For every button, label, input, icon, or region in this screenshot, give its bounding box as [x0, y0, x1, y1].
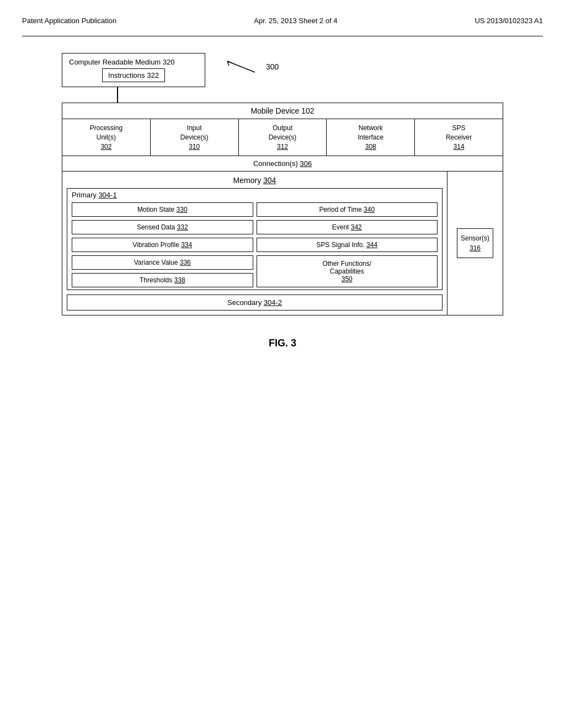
mobile-device-title: Mobile Device 102	[62, 103, 503, 119]
figure-caption: FIG. 3	[22, 338, 543, 349]
connections-ref: 306	[300, 159, 312, 168]
diagram-wrapper: Computer Readable Medium 320 Instruction…	[62, 53, 503, 315]
thresholds-cell: Thresholds 338	[72, 273, 253, 287]
motion-state-ref: 330	[177, 206, 188, 213]
motion-state-cell: Motion State 330	[72, 202, 253, 217]
variance-value-cell: Variance Value 336	[72, 255, 253, 270]
network-interface-cell: NetworkInterface 308	[327, 119, 415, 156]
vibration-profile-ref: 334	[181, 241, 192, 249]
header-left: Patent Application Publication	[22, 17, 116, 25]
network-interface-label: NetworkInterface	[329, 124, 412, 142]
sensors-label: Sensor(s)	[461, 233, 489, 243]
crm-connector-line	[117, 87, 118, 103]
sensors-box: Sensor(s) 316	[457, 228, 493, 258]
network-interface-ref: 308	[329, 142, 412, 152]
crm-title: Computer Readable Medium 320	[69, 58, 198, 66]
output-device-ref: 312	[241, 142, 324, 152]
output-device-label: OutputDevice(s)	[241, 124, 324, 142]
page: Patent Application Publication Apr. 25, …	[0, 0, 565, 728]
sps-signal-ref: 344	[366, 241, 377, 249]
memory-sensors-row: Memory 304 Primary 304-1 Motion State 33…	[62, 172, 503, 315]
period-of-time-ref: 340	[364, 206, 375, 213]
components-row: ProcessingUnit(s) 302 InputDevice(s) 310…	[62, 119, 503, 156]
variance-value-ref: 336	[180, 259, 191, 266]
ref-300-label: 300	[266, 62, 279, 71]
secondary-box: Secondary 304-2	[67, 295, 443, 311]
connections-label: Connection(s)	[253, 159, 300, 168]
primary-grid: Motion State 330 Period of Time 340 Sens…	[72, 202, 438, 287]
instructions-box: Instructions 322	[102, 68, 165, 82]
memory-section: Memory 304 Primary 304-1 Motion State 33…	[62, 172, 447, 315]
input-device-label: InputDevice(s)	[153, 124, 236, 142]
sensed-data-ref: 332	[177, 223, 188, 231]
memory-ref: 304	[263, 176, 276, 185]
input-device-ref: 310	[153, 142, 236, 152]
processing-unit-cell: ProcessingUnit(s) 302	[62, 119, 151, 156]
header-center: Apr. 25, 2013 Sheet 2 of 4	[254, 17, 337, 25]
sps-receiver-ref: 314	[417, 142, 500, 152]
processing-unit-ref: 302	[65, 142, 148, 152]
connections-row: Connection(s) 306	[62, 156, 503, 172]
sensors-ref: 316	[461, 243, 489, 253]
sensors-section: Sensor(s) 316	[447, 172, 503, 315]
input-device-cell: InputDevice(s) 310	[151, 119, 239, 156]
crm-box: Computer Readable Medium 320 Instruction…	[62, 53, 205, 87]
output-device-cell: OutputDevice(s) 312	[239, 119, 327, 156]
event-cell: Event 342	[257, 220, 438, 234]
sensed-data-cell: Sensed Data 332	[72, 220, 253, 234]
other-functions-ref: 350	[342, 275, 353, 283]
thresholds-ref: 338	[174, 276, 185, 284]
primary-title: Primary 304-1	[72, 191, 438, 199]
page-header: Patent Application Publication Apr. 25, …	[22, 11, 543, 36]
event-ref: 342	[351, 223, 362, 231]
primary-box: Primary 304-1 Motion State 330 Period of…	[67, 188, 443, 290]
memory-title: Memory 304	[67, 176, 443, 185]
mobile-device-box: Mobile Device 102 ProcessingUnit(s) 302 …	[62, 103, 503, 315]
other-functions-cell: Other Functions/Capabilities 350	[257, 255, 438, 287]
sps-receiver-label: SPSReceiver	[417, 124, 500, 142]
secondary-ref: 304-2	[264, 298, 282, 307]
other-functions-label: Other Functions/Capabilities	[322, 260, 371, 275]
vibration-profile-cell: Vibration Profile 334	[72, 238, 253, 252]
header-right: US 2013/0102323 A1	[475, 17, 543, 25]
primary-ref: 304-1	[98, 191, 116, 199]
sps-signal-cell: SPS Signal Info. 344	[257, 238, 438, 252]
period-of-time-cell: Period of Time 340	[257, 202, 438, 217]
processing-unit-label: ProcessingUnit(s)	[65, 124, 148, 142]
sps-receiver-cell: SPSReceiver 314	[415, 119, 503, 156]
arrow-300-svg	[222, 58, 266, 75]
